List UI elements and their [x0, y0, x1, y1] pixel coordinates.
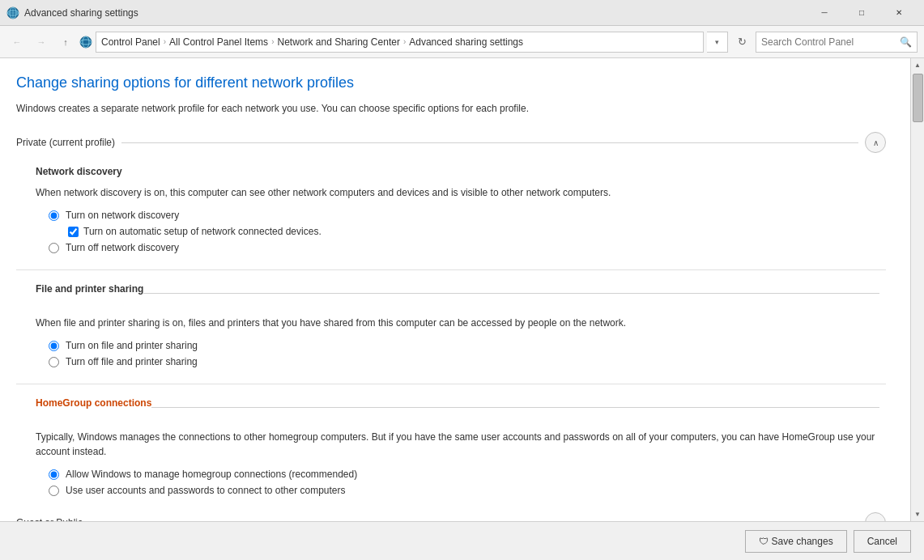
hg-user-label: Use user accounts and passwords to conne…	[66, 485, 346, 496]
homegroup-options: Allow Windows to manage homegroup connec…	[49, 469, 886, 496]
section-guest-toggle[interactable]: ∨	[865, 512, 886, 521]
nd-on-radio[interactable]	[49, 210, 59, 221]
fp-on-radio[interactable]	[49, 341, 59, 351]
scrollbar[interactable]: ▲ ▼	[910, 58, 924, 521]
refresh-button[interactable]: ↻	[731, 32, 752, 53]
back-button[interactable]: ←	[6, 32, 28, 53]
file-printer-options: Turn on file and printer sharing Turn of…	[49, 340, 886, 367]
page-title: Change sharing options for different net…	[16, 74, 886, 91]
homegroup-line	[151, 407, 879, 408]
homegroup-desc: Typically, Windows manages the connectio…	[36, 430, 886, 459]
address-dropdown[interactable]: ▾	[707, 32, 728, 53]
nd-auto-label: Turn on automatic setup of network conne…	[83, 226, 321, 237]
up-button[interactable]: ↑	[55, 32, 76, 53]
save-label: Save changes	[772, 536, 833, 547]
cancel-button[interactable]: Cancel	[854, 530, 911, 553]
path-sep-2: ›	[271, 37, 274, 46]
scroll-up[interactable]: ▲	[911, 58, 925, 72]
window-controls: ─ □ ✕	[806, 0, 918, 26]
nd-off-label: Turn off network discovery	[66, 242, 179, 253]
file-printer-line	[143, 293, 879, 294]
fp-off-label: Turn off file and printer sharing	[66, 356, 198, 367]
nd-off-radio[interactable]	[49, 243, 59, 253]
fp-on-label: Turn on file and printer sharing	[66, 340, 198, 351]
section-private-line	[121, 142, 858, 143]
hg-windows-option[interactable]: Allow Windows to manage homegroup connec…	[49, 469, 886, 480]
path-network-sharing[interactable]: Network and Sharing Center	[277, 36, 399, 48]
forward-button[interactable]: →	[31, 32, 52, 53]
close-button[interactable]: ✕	[880, 0, 918, 26]
app-icon	[6, 6, 19, 19]
subsection-homegroup: HomeGroup connections Typically, Windows…	[36, 397, 886, 496]
nd-off-option[interactable]: Turn off network discovery	[49, 242, 886, 253]
section-guest-header: Guest or Public ∨	[16, 512, 886, 521]
homegroup-title: HomeGroup connections	[36, 397, 151, 409]
homegroup-header: HomeGroup connections	[36, 397, 886, 417]
search-box[interactable]: 🔍	[756, 32, 918, 53]
maximize-button[interactable]: □	[843, 0, 880, 26]
window-title: Advanced sharing settings	[24, 7, 806, 19]
hg-windows-radio[interactable]	[49, 469, 59, 480]
page-subtitle: Windows creates a separate network profi…	[16, 101, 886, 116]
subsection-file-printer: File and printer sharing When file and p…	[36, 283, 886, 367]
path-sep-1: ›	[164, 37, 166, 46]
hg-windows-label: Allow Windows to manage homegroup connec…	[66, 469, 357, 480]
content-area: Change sharing options for different net…	[0, 58, 910, 521]
address-path[interactable]: Control Panel › All Control Panel Items …	[96, 32, 704, 53]
title-bar: Advanced sharing settings ─ □ ✕	[0, 0, 924, 26]
address-bar: ← → ↑ Control Panel › All Control Panel …	[0, 26, 924, 58]
divider-2	[16, 384, 886, 384]
main-area: Change sharing options for different net…	[0, 58, 924, 521]
search-input[interactable]	[761, 36, 900, 48]
network-discovery-desc: When network discovery is on, this compu…	[36, 185, 886, 200]
fp-off-option[interactable]: Turn off file and printer sharing	[49, 356, 886, 367]
nd-on-label: Turn on network discovery	[66, 210, 179, 221]
path-advanced-sharing[interactable]: Advanced sharing settings	[409, 36, 523, 48]
nd-auto-checkbox[interactable]	[68, 227, 79, 237]
file-printer-desc: When file and printer sharing is on, fil…	[36, 316, 886, 330]
path-control-panel[interactable]: Control Panel	[101, 36, 160, 48]
footer: 🛡 Save changes Cancel	[0, 521, 924, 560]
hg-user-radio[interactable]	[49, 486, 59, 496]
nd-on-option[interactable]: Turn on network discovery	[49, 210, 886, 221]
save-button[interactable]: 🛡 Save changes	[745, 530, 847, 553]
nd-auto-option[interactable]: Turn on automatic setup of network conne…	[68, 226, 886, 237]
fp-off-radio[interactable]	[49, 357, 59, 367]
search-icon[interactable]: 🔍	[900, 36, 912, 48]
divider-1	[16, 269, 886, 270]
network-discovery-options: Turn on network discovery Turn on automa…	[49, 210, 886, 253]
path-sep-3: ›	[403, 37, 406, 46]
fp-on-option[interactable]: Turn on file and printer sharing	[49, 340, 886, 351]
shield-icon: 🛡	[759, 536, 769, 547]
section-private-title: Private (current profile)	[16, 137, 115, 148]
hg-user-option[interactable]: Use user accounts and passwords to conne…	[49, 485, 886, 496]
section-private-header: Private (current profile) ∧	[16, 132, 886, 153]
file-printer-title: File and printer sharing	[36, 283, 143, 295]
network-discovery-title: Network discovery	[36, 166, 886, 177]
section-private-toggle[interactable]: ∧	[865, 132, 886, 153]
file-printer-header: File and printer sharing	[36, 283, 886, 303]
svg-point-5	[80, 36, 92, 48]
location-icon	[79, 36, 92, 49]
scroll-track[interactable]	[911, 72, 924, 507]
minimize-button[interactable]: ─	[806, 0, 843, 26]
path-all-items[interactable]: All Control Panel Items	[169, 36, 268, 48]
scroll-down[interactable]: ▼	[911, 507, 925, 521]
scroll-thumb[interactable]	[913, 74, 923, 122]
subsection-network-discovery: Network discovery When network discovery…	[36, 166, 886, 253]
